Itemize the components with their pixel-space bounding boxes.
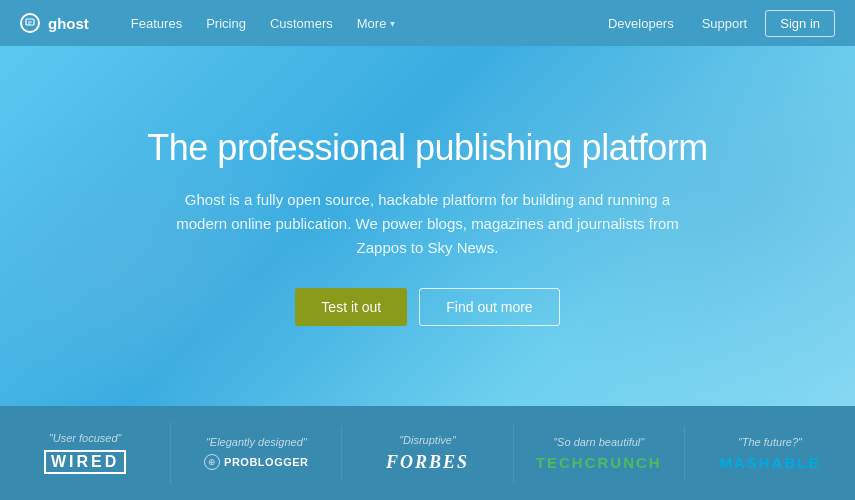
nav-link-more[interactable]: More ▾: [347, 0, 406, 46]
nav-link-customers[interactable]: Customers: [260, 0, 343, 46]
ghost-logo-icon: [20, 13, 40, 33]
problogger-icon: ⊕: [204, 454, 220, 470]
mashable-quote: "The future?": [738, 436, 802, 448]
wired-logo: WIRED: [44, 450, 126, 474]
find-out-more-button[interactable]: Find out more: [419, 288, 559, 326]
hero-subtitle: Ghost is a fully open source, hackable p…: [167, 188, 687, 260]
test-it-out-button[interactable]: Test it out: [295, 288, 407, 326]
forbes-logo: Forbes: [386, 452, 469, 473]
techcrunch-quote: "So darn beautiful": [553, 436, 644, 448]
brand-logo[interactable]: ghost: [20, 13, 89, 33]
social-proof-strip: "User focused" WIRED "Elegantly designed…: [0, 406, 855, 500]
proof-item-techcrunch: "So darn beautiful" TechCrunch: [514, 426, 685, 481]
techcrunch-logo: TechCrunch: [536, 454, 662, 471]
proof-item-problogger: "Elegantly designed" ⊕ ProBlogger: [171, 426, 342, 480]
hero-buttons: Test it out Find out more: [147, 288, 707, 326]
hero-title: The professional publishing platform: [147, 126, 707, 169]
problogger-logo: ProBlogger: [224, 456, 308, 468]
hero-content: The professional publishing platform Gho…: [147, 126, 707, 325]
nav-link-features[interactable]: Features: [121, 0, 192, 46]
proof-item-forbes: "Disruptive" Forbes: [342, 424, 513, 483]
hero-section: The professional publishing platform Gho…: [0, 46, 855, 406]
proof-item-mashable: "The future?" Mashable: [685, 426, 855, 481]
problogger-logo-wrap: ⊕ ProBlogger: [204, 454, 308, 470]
navbar: ghost Features Pricing Customers More ▾ …: [0, 0, 855, 46]
nav-right: Developers Support Sign in: [598, 0, 835, 46]
more-chevron-icon: ▾: [390, 18, 395, 29]
signin-button[interactable]: Sign in: [765, 10, 835, 37]
nav-link-support[interactable]: Support: [692, 0, 758, 46]
brand-name: ghost: [48, 15, 89, 32]
mashable-logo: Mashable: [719, 454, 820, 471]
problogger-quote: "Elegantly designed": [206, 436, 307, 448]
proof-item-wired: "User focused" WIRED: [0, 422, 171, 484]
wired-quote: "User focused": [49, 432, 122, 444]
nav-link-developers[interactable]: Developers: [598, 0, 684, 46]
nav-link-pricing[interactable]: Pricing: [196, 0, 256, 46]
forbes-quote: "Disruptive": [399, 434, 456, 446]
